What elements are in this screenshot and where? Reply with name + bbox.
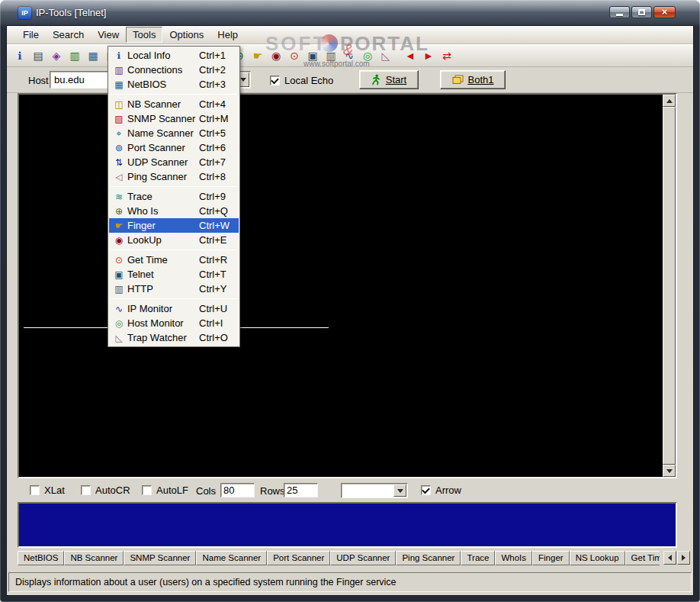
tab-whois[interactable]: WhoIs (495, 551, 532, 565)
menu-item-label: Host Monitor (127, 317, 199, 329)
triangle-right-icon (682, 555, 686, 561)
triangle-left-icon (668, 555, 672, 561)
menu-item-ip-monitor[interactable]: ∿IP MonitorCtrl+U (109, 301, 239, 316)
connections-icon: ▥ (111, 65, 127, 76)
menu-item-name-scanner[interactable]: ⌖Name ScannerCtrl+5 (109, 126, 239, 140)
tab-nb-scanner[interactable]: NB Scanner (64, 551, 124, 565)
menu-item-shortcut: Ctrl+5 (199, 127, 237, 139)
cols-input[interactable] (220, 483, 255, 497)
terminal-type-dropdown-button[interactable] (393, 484, 406, 497)
menu-item-shortcut: Ctrl+E (199, 234, 237, 246)
terminal-type-combobox[interactable] (341, 483, 408, 498)
triangle-up-icon (666, 99, 673, 103)
tabs-scroll-right-button[interactable] (677, 551, 690, 565)
minimize-button[interactable] (609, 6, 630, 18)
connections-icon[interactable]: ▥ (66, 47, 84, 64)
menu-item-shortcut: Ctrl+O (199, 332, 237, 343)
host-monitor-icon[interactable]: ◎ (358, 47, 377, 64)
menu-separator (111, 249, 237, 250)
menu-search[interactable]: Search (46, 27, 91, 43)
status-text: Displays information about a user (users… (15, 577, 397, 588)
menu-item-shortcut: Ctrl+8 (199, 171, 237, 182)
command-input-area[interactable] (18, 502, 677, 548)
tab-name-scanner[interactable]: Name Scanner (196, 551, 267, 565)
nav-forward-icon[interactable]: ► (419, 47, 438, 64)
cols-label: Cols (196, 485, 216, 497)
menu-item-connections[interactable]: ▥ConnectionsCtrl+2 (109, 63, 239, 77)
menu-item-label: SNMP Scanner (127, 113, 199, 124)
menu-item-lookup[interactable]: ◉LookUpCtrl+E (109, 233, 239, 247)
xlat-label: XLat (44, 484, 65, 496)
nb-scanner-icon: ◫ (111, 99, 127, 110)
menu-item-get-time[interactable]: ⊙Get TimeCtrl+R (109, 253, 239, 267)
scroll-down-button[interactable] (663, 465, 676, 477)
menu-item-port-scanner[interactable]: ⊚Port ScannerCtrl+6 (109, 140, 239, 155)
lookup-icon: ◉ (111, 235, 127, 246)
menu-item-trap-watcher[interactable]: ◺Trap WatcherCtrl+O (109, 330, 239, 345)
autocr-checkbox[interactable]: AutoCR (81, 484, 130, 496)
scroll-up-button[interactable] (663, 95, 676, 107)
swap-icon[interactable]: ⇄ (438, 47, 456, 64)
menu-item-snmp-scanner[interactable]: ▨SNMP ScannerCtrl+M (109, 111, 239, 126)
close-button[interactable]: × (653, 6, 676, 18)
menu-item-label: Telnet (127, 269, 199, 280)
menu-item-label: IP Monitor (127, 303, 199, 314)
menu-item-udp-scanner[interactable]: ⇅UDP ScannerCtrl+7 (109, 155, 239, 169)
menu-item-trace[interactable]: ≋TraceCtrl+9 (109, 189, 239, 204)
scrollbar-thumb[interactable] (663, 107, 676, 465)
checkbox-box (30, 485, 40, 495)
menu-item-ping-scanner[interactable]: ◁Ping ScannerCtrl+8 (109, 169, 239, 184)
tab-ping-scanner[interactable]: Ping Scanner (396, 551, 461, 565)
arrow-checkbox[interactable]: Arrow (421, 484, 461, 496)
host-monitor-icon: ◎ (111, 318, 127, 329)
menu-item-nb-scanner[interactable]: ◫NB ScannerCtrl+4 (109, 97, 239, 111)
trap-watcher-icon[interactable]: ◺ (377, 47, 395, 64)
tabs-scroll-left-button[interactable] (663, 551, 676, 565)
both1-button[interactable]: Both1 (440, 70, 506, 89)
tab-udp-scanner[interactable]: UDP Scanner (330, 551, 396, 565)
tab-ns-lookup[interactable]: NS Lookup (570, 551, 625, 565)
local-info-icon[interactable]: ◈ (47, 47, 66, 64)
tab-netbios[interactable]: NetBIOS (18, 551, 64, 565)
menu-item-telnet[interactable]: ▣TelnetCtrl+T (109, 267, 239, 282)
tab-trace[interactable]: Trace (461, 551, 495, 565)
vertical-scrollbar[interactable] (663, 95, 676, 477)
menu-options[interactable]: Options (162, 27, 210, 43)
http-icon[interactable]: ▥ (322, 47, 340, 64)
menu-tools[interactable]: Tools (126, 27, 162, 43)
start-button[interactable]: Start (359, 70, 419, 89)
ip-monitor-icon[interactable]: ∿ (340, 47, 358, 64)
ping-scanner-icon: ◁ (111, 172, 127, 182)
tab-bar: NetBIOSNB ScannerSNMP ScannerName Scanne… (18, 551, 690, 571)
menu-view[interactable]: View (91, 27, 126, 43)
menu-item-shortcut: Ctrl+6 (199, 142, 237, 153)
menu-item-netbios[interactable]: ▦NetBIOSCtrl+3 (109, 77, 239, 92)
menu-item-label: Trace (127, 191, 199, 202)
menu-item-host-monitor[interactable]: ◎Host MonitorCtrl+I (109, 316, 239, 330)
tab-finger[interactable]: Finger (532, 551, 570, 565)
telnet-icon[interactable]: ▣ (303, 47, 322, 64)
print-icon[interactable]: ▤ (29, 47, 47, 64)
tab-get-time[interactable]: Get Time (625, 551, 660, 565)
tab-port-scanner[interactable]: Port Scanner (267, 551, 330, 565)
netbios-icon[interactable]: ▦ (84, 47, 102, 64)
maximize-button[interactable] (631, 6, 652, 18)
lookup-icon[interactable]: ◉ (267, 47, 285, 64)
menu-file[interactable]: File (16, 27, 46, 43)
checkbox-box (421, 485, 431, 495)
menu-item-finger[interactable]: ☛FingerCtrl+W (109, 218, 239, 233)
nav-back-icon[interactable]: ◄ (401, 47, 419, 64)
local-echo-checkbox[interactable]: Local Echo (270, 75, 333, 86)
rows-input[interactable] (284, 483, 318, 497)
tab-snmp-scanner[interactable]: SNMP Scanner (124, 551, 196, 565)
xlat-checkbox[interactable]: XLat (30, 484, 65, 496)
menu-item-who-is[interactable]: ⊕Who IsCtrl+Q (109, 204, 239, 218)
menu-help[interactable]: Help (210, 27, 245, 43)
finger-icon[interactable]: ☛ (249, 47, 267, 64)
info-icon[interactable]: ℹ (11, 47, 29, 64)
menu-item-local-info[interactable]: ℹLocal InfoCtrl+1 (109, 48, 239, 63)
get-time-icon[interactable]: ⊙ (285, 47, 303, 64)
menu-item-http[interactable]: ▥HTTPCtrl+Y (109, 282, 239, 296)
menu-separator (111, 298, 237, 299)
autolf-checkbox[interactable]: AutoLF (142, 484, 188, 496)
